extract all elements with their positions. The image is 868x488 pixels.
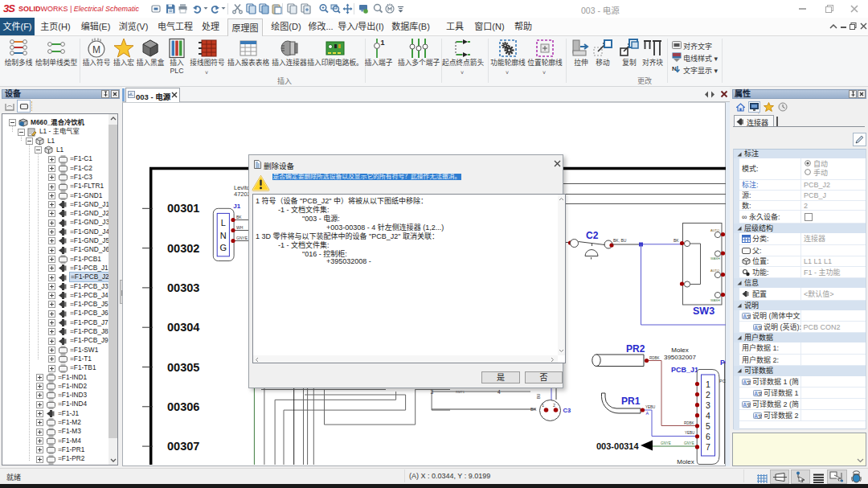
- svg-text:M: M: [92, 44, 100, 55]
- svg-text:003-00314: 003-00314: [596, 441, 639, 451]
- svg-text:AUTO: AUTO: [710, 269, 719, 273]
- svg-text:2: 2: [553, 403, 555, 408]
- svg-text:AUTO: AUTO: [710, 228, 719, 232]
- svg-text:00304: 00304: [167, 321, 199, 334]
- svg-text:00302: 00302: [167, 242, 199, 255]
- svg-text:YEBU: YEBU: [645, 405, 655, 409]
- svg-text:00307: 00307: [167, 440, 199, 453]
- svg-text:4: 4: [497, 389, 501, 395]
- svg-text:BK: BK: [236, 215, 242, 219]
- svg-text:PCI: PCI: [719, 379, 726, 383]
- svg-text:RDBK: RDBK: [684, 421, 694, 425]
- svg-text:WASH: WASH: [710, 256, 720, 260]
- svg-text:N: N: [672, 65, 677, 72]
- svg-text:7: 7: [706, 442, 710, 452]
- svg-text:PC: PC: [720, 359, 726, 367]
- svg-text:文: 文: [758, 325, 762, 331]
- svg-text:1: 1: [542, 403, 544, 408]
- svg-text:395032007: 395032007: [664, 354, 697, 361]
- svg-text:00301: 00301: [167, 202, 199, 215]
- svg-text:Molex: Molex: [677, 458, 694, 465]
- svg-text:SW3: SW3: [693, 306, 714, 317]
- svg-text:00303: 00303: [167, 281, 199, 294]
- svg-text:GNYE: GNYE: [236, 236, 248, 240]
- svg-text:5: 5: [706, 421, 710, 431]
- svg-text:3: 3: [706, 400, 710, 410]
- svg-text:3: 3: [431, 389, 434, 395]
- svg-text:文: 文: [747, 379, 751, 386]
- svg-text:BK, BU: BK, BU: [613, 238, 627, 243]
- svg-text:WH: WH: [236, 225, 244, 230]
- svg-text:BK: BK: [674, 238, 679, 243]
- svg-text:文: 文: [758, 391, 762, 397]
- svg-text:J1: J1: [233, 203, 240, 210]
- svg-text:C3: C3: [563, 407, 571, 414]
- svg-text:RDBK: RDBK: [649, 356, 660, 360]
- svg-text:00305: 00305: [167, 361, 199, 374]
- svg-text:1: 1: [706, 379, 710, 389]
- svg-text:G: G: [220, 243, 227, 252]
- svg-text:6: 6: [706, 432, 710, 441]
- svg-text:00306: 00306: [167, 400, 199, 413]
- svg-text:PCB_J1: PCB_J1: [671, 366, 698, 374]
- svg-text:2: 2: [706, 390, 710, 400]
- svg-text:文: 文: [747, 314, 751, 320]
- svg-text:BU: BU: [537, 394, 541, 399]
- svg-text:WASH: WASH: [710, 298, 720, 302]
- svg-text:Molex: Molex: [671, 347, 688, 354]
- svg-text:GNYE: GNYE: [684, 441, 694, 445]
- svg-text:文: 文: [758, 413, 762, 420]
- svg-text:PR2: PR2: [626, 343, 645, 355]
- svg-text:A: A: [646, 411, 649, 416]
- svg-text:BK: BK: [530, 407, 537, 412]
- svg-text:PR1: PR1: [621, 396, 641, 407]
- svg-text:文: 文: [747, 402, 751, 408]
- svg-text:L: L: [221, 218, 226, 228]
- svg-text:4: 4: [706, 411, 710, 420]
- svg-text:N: N: [220, 231, 227, 240]
- svg-text:RMT1: RMT1: [456, 390, 465, 394]
- svg-text:C2: C2: [586, 230, 599, 241]
- svg-text:395032008: 395032008: [669, 465, 702, 466]
- svg-text:GNYE: GNYE: [661, 441, 671, 445]
- svg-text:1: 1: [381, 39, 385, 47]
- svg-text:YEBU: YEBU: [685, 431, 694, 435]
